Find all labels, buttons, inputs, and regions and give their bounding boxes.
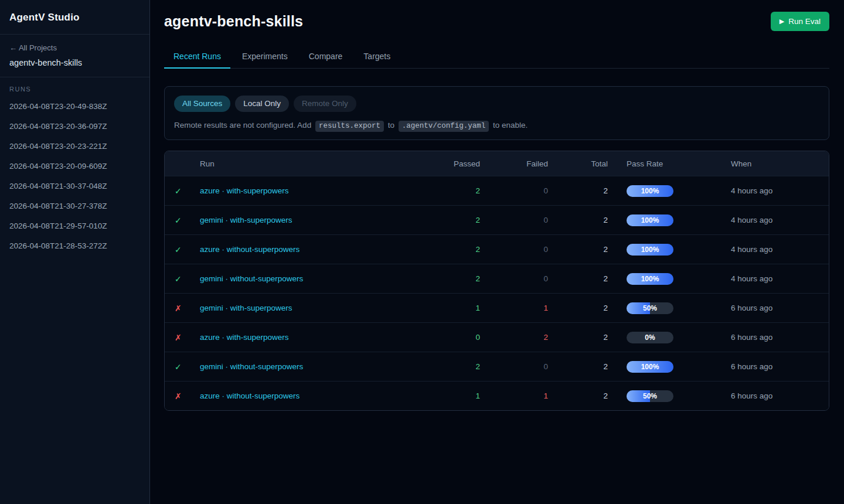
when-cell: 6 hours ago	[731, 304, 828, 312]
status-icon: ✗	[175, 333, 182, 342]
status-icon: ✗	[175, 391, 182, 401]
failed-count: 1	[480, 304, 548, 312]
sidebar-run-item[interactable]: 2026-04-08T23-20-23-221Z	[0, 137, 149, 156]
passed-count: 1	[421, 304, 480, 312]
pass-rate-pill: 100%	[627, 361, 673, 373]
runs-table-body: ✓ azure · with-superpowers 2 0 2 100% 4 …	[165, 176, 829, 410]
run-name-link[interactable]: gemini · with-superpowers	[200, 304, 292, 312]
header-passed: Passed	[421, 159, 480, 168]
header-when: When	[731, 159, 828, 168]
passed-count: 2	[421, 186, 480, 195]
sidebar-project-section: ← All Projects agentv-bench-skills	[0, 35, 149, 77]
sidebar-run-item[interactable]: 2026-04-08T23-20-36-097Z	[0, 117, 149, 137]
status-icon: ✓	[175, 216, 182, 225]
code-chip-config-yaml: .agentv/config.yaml	[399, 121, 489, 132]
table-row[interactable]: ✓ gemini · without-superpowers 2 0 2 100…	[165, 352, 829, 381]
run-name-link[interactable]: gemini · without-superpowers	[200, 274, 303, 283]
run-name-link[interactable]: azure · with-superpowers	[200, 186, 289, 195]
table-row[interactable]: ✗ gemini · with-superpowers 1 1 2 50% 6 …	[165, 293, 829, 322]
header-failed: Failed	[480, 159, 548, 168]
passed-count: 2	[421, 245, 480, 254]
run-name-link[interactable]: azure · without-superpowers	[200, 245, 300, 254]
pass-rate-label: 50%	[627, 302, 673, 314]
total-count: 2	[548, 186, 608, 195]
pass-rate-label: 0%	[627, 332, 673, 343]
notice-prefix: Remote results are not configured. Add	[174, 121, 311, 130]
failed-count: 0	[480, 274, 548, 283]
run-name-link[interactable]: azure · with-superpowers	[200, 333, 289, 342]
sidebar-run-item[interactable]: 2026-04-08T23-20-49-838Z	[0, 97, 149, 117]
pass-rate-pill: 100%	[627, 214, 673, 226]
when-cell: 4 hours ago	[731, 245, 828, 254]
passed-count: 2	[421, 274, 480, 283]
when-cell: 4 hours ago	[731, 216, 828, 224]
sidebar-runs-list: 2026-04-08T23-20-49-838Z 2026-04-08T23-2…	[0, 97, 149, 256]
runs-section-label: RUNS	[0, 77, 149, 97]
source-filter-pill[interactable]: Remote Only	[294, 96, 356, 112]
when-cell: 6 hours ago	[731, 362, 828, 371]
passed-count: 0	[421, 333, 480, 342]
when-cell: 6 hours ago	[731, 391, 828, 400]
sidebar-run-item[interactable]: 2026-04-08T21-29-57-010Z	[0, 216, 149, 236]
source-filter-pill[interactable]: All Sources	[174, 96, 230, 112]
all-projects-back-link[interactable]: ← All Projects	[9, 43, 140, 52]
total-count: 2	[548, 216, 608, 224]
failed-count: 0	[480, 216, 548, 224]
runs-table: Run Passed Failed Total Pass Rate When ✓…	[164, 151, 829, 411]
sidebar-run-item[interactable]: 2026-04-08T21-28-53-272Z	[0, 236, 149, 256]
header-pass-rate: Pass Rate	[608, 159, 731, 168]
run-name-link[interactable]: azure · without-superpowers	[200, 391, 300, 400]
table-row[interactable]: ✗ azure · with-superpowers 0 2 2 0% 6 ho…	[165, 322, 829, 352]
sidebar-run-item[interactable]: 2026-04-08T23-20-09-609Z	[0, 156, 149, 176]
tab[interactable]: Recent Runs	[164, 46, 230, 69]
when-cell: 4 hours ago	[731, 274, 828, 283]
status-icon: ✗	[175, 304, 182, 313]
total-count: 2	[548, 304, 608, 312]
pass-rate-pill: 50%	[627, 390, 673, 402]
total-count: 2	[548, 274, 608, 283]
app-title: AgentV Studio	[0, 0, 149, 35]
table-row[interactable]: ✗ azure · without-superpowers 1 1 2 50% …	[165, 381, 829, 410]
tab[interactable]: Compare	[300, 46, 352, 69]
pass-rate-pill: 100%	[627, 273, 673, 285]
notice-mid: to	[388, 121, 394, 130]
table-row[interactable]: ✓ azure · with-superpowers 2 0 2 100% 4 …	[165, 176, 829, 205]
pass-rate-pill: 50%	[627, 302, 673, 314]
failed-count: 0	[480, 362, 548, 371]
source-filter-card: All Sources Local Only Remote Only Remot…	[164, 86, 829, 140]
sidebar-run-item[interactable]: 2026-04-08T21-30-37-048Z	[0, 176, 149, 196]
run-eval-button[interactable]: ▶ Run Eval	[771, 12, 829, 31]
pass-rate-label: 100%	[627, 214, 673, 226]
status-icon: ✓	[175, 362, 182, 372]
sidebar-run-item[interactable]: 2026-04-08T21-30-27-378Z	[0, 196, 149, 216]
pass-rate-pill: 100%	[627, 185, 673, 197]
pass-rate-label: 100%	[627, 244, 673, 256]
sidebar: AgentV Studio ← All Projects agentv-benc…	[0, 0, 150, 504]
failed-count: 1	[480, 391, 548, 400]
remote-config-notice: Remote results are not configured. Add r…	[174, 121, 819, 130]
tab[interactable]: Experiments	[233, 46, 297, 69]
tab[interactable]: Targets	[354, 46, 400, 69]
passed-count: 2	[421, 216, 480, 224]
passed-count: 1	[421, 391, 480, 400]
run-name-link[interactable]: gemini · with-superpowers	[200, 216, 292, 224]
pass-rate-pill: 100%	[627, 244, 673, 256]
table-row[interactable]: ✓ azure · without-superpowers 2 0 2 100%…	[165, 234, 829, 264]
page-title: agentv-bench-skills	[164, 13, 303, 30]
page-header: agentv-bench-skills ▶ Run Eval	[164, 0, 829, 31]
table-row[interactable]: ✓ gemini · with-superpowers 2 0 2 100% 4…	[165, 205, 829, 234]
source-filter-pill[interactable]: Local Only	[235, 96, 289, 112]
run-name-link[interactable]: gemini · without-superpowers	[200, 362, 303, 371]
source-filter-pills: All Sources Local Only Remote Only	[174, 96, 819, 112]
failed-count: 0	[480, 245, 548, 254]
total-count: 2	[548, 333, 608, 342]
table-row[interactable]: ✓ gemini · without-superpowers 2 0 2 100…	[165, 264, 829, 293]
pass-rate-label: 100%	[627, 361, 673, 373]
header-total: Total	[548, 159, 608, 168]
total-count: 2	[548, 245, 608, 254]
main-content: agentv-bench-skills ▶ Run Eval Recent Ru…	[150, 0, 844, 411]
pass-rate-label: 50%	[627, 390, 673, 402]
notice-suffix: to enable.	[493, 121, 528, 130]
code-chip-results-export: results.export	[315, 121, 384, 132]
status-icon: ✓	[175, 274, 182, 284]
